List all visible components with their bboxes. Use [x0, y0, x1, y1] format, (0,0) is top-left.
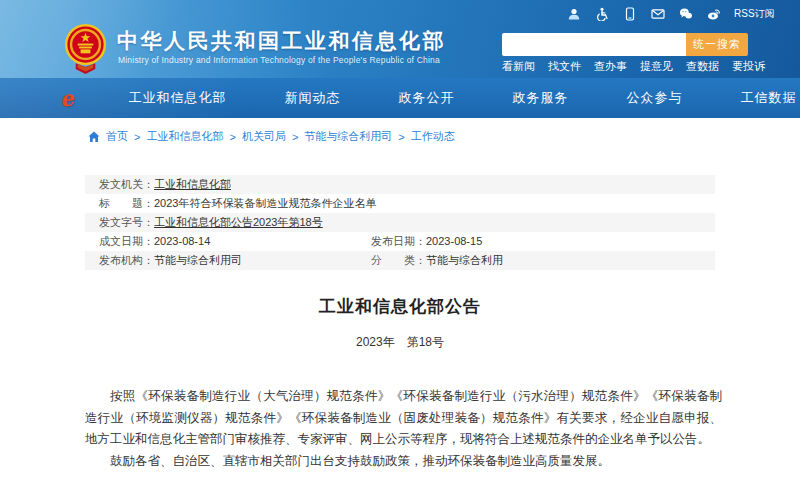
quick-link-documents[interactable]: 找文件 [548, 59, 581, 74]
breadcrumb-item-miit[interactable]: 工业和信息化部 [146, 129, 223, 144]
quick-links: 看新闻 找文件 查办事 提意见 查数据 要投诉 [502, 59, 765, 74]
meta-row-issuing-agency: 发文机关： 工业和信息化部 [85, 175, 715, 194]
meta-label: 分 类： [371, 251, 426, 270]
national-emblem-logo [62, 22, 109, 76]
article-body: 按照《环保装备制造行业（大气治理）规范条件》《环保装备制造行业（污水治理）规范条… [85, 386, 722, 472]
home-icon [88, 131, 100, 143]
breadcrumb-separator: > [229, 131, 235, 143]
breadcrumb-item-energy-dept[interactable]: 节能与综合利用司 [304, 129, 392, 144]
meta-value: 工业和信息化部 [154, 175, 231, 194]
meta-value: 2023年符合环保装备制造业规范条件企业名单 [154, 194, 376, 213]
breadcrumb-separator: > [134, 131, 140, 143]
breadcrumb-item-work-updates[interactable]: 工作动态 [411, 129, 455, 144]
nav-item-miit[interactable]: 工业和信息化部 [99, 78, 255, 118]
accessibility-icon[interactable] [594, 7, 609, 22]
rss-subscribe-link[interactable]: RSS订阅 [734, 7, 775, 21]
nav-item-data[interactable]: 工信数据 [711, 78, 800, 118]
meta-value: 2023-08-14 [154, 232, 210, 251]
meta-row-document-number: 发文字号： 工业和信息化部公告2023年第18号 [85, 213, 715, 232]
site-subtitle: Ministry of Industry and Information Tec… [118, 55, 440, 65]
nav-item-public-participation[interactable]: 公众参与 [597, 78, 711, 118]
search-box: 统一搜索 [502, 33, 748, 56]
weibo-icon[interactable] [706, 7, 721, 22]
meta-value: 节能与综合利用司 [154, 251, 242, 270]
article-paragraph: 按照《环保装备制造行业（大气治理）规范条件》《环保装备制造行业（污水治理）规范条… [85, 386, 722, 451]
nav-items: 工业和信息化部 新闻动态 政务公开 政务服务 公众参与 工信数据 专题专栏 [99, 78, 800, 118]
meta-label: 发布机构： [99, 251, 154, 270]
article-paragraph: 鼓励各省、自治区、直辖市相关部门出台支持鼓励政策，推动环保装备制造业高质量发展。 [85, 451, 722, 473]
quick-link-news[interactable]: 看新闻 [502, 59, 535, 74]
unified-search-button[interactable]: 统一搜索 [686, 33, 748, 56]
article-title: 工业和信息化部公告 [0, 295, 800, 318]
topbar-icon-strip: RSS订阅 [566, 6, 775, 22]
meta-label: 发文字号： [99, 213, 154, 232]
miit-webpage: 中华人民共和国工业和信息化部 Ministry of Industry and … [0, 0, 800, 482]
meta-value: 节能与综合利用 [426, 251, 503, 270]
meta-row-title: 标 题： 2023年符合环保装备制造业规范条件企业名单 [85, 194, 715, 213]
breadcrumb: 首页 > 工业和信息化部 > 机关司局 > 节能与综合利用司 > 工作动态 [88, 129, 455, 144]
quick-link-services[interactable]: 查办事 [594, 59, 627, 74]
meta-value: 2023-08-15 [426, 232, 482, 251]
mobile-icon[interactable] [622, 7, 637, 22]
meta-label: 发布日期： [371, 232, 426, 251]
article-issue-number: 2023年 第18号 [0, 334, 800, 351]
breadcrumb-separator: > [398, 131, 404, 143]
quick-link-data[interactable]: 查数据 [686, 59, 719, 74]
meta-label: 标 题： [99, 194, 154, 213]
main-nav: e 工业和信息化部 新闻动态 政务公开 政务服务 公众参与 工信数据 专题专栏 [0, 78, 800, 118]
user-service-icon[interactable] [566, 7, 581, 22]
site-header: 中华人民共和国工业和信息化部 Ministry of Industry and … [0, 0, 800, 78]
mail-icon[interactable] [650, 7, 665, 22]
quick-link-opinions[interactable]: 提意见 [640, 59, 673, 74]
wechat-icon[interactable] [678, 7, 693, 22]
breadcrumb-separator: > [292, 131, 298, 143]
meta-value: 工业和信息化部公告2023年第18号 [154, 213, 323, 232]
breadcrumb-item-departments[interactable]: 机关司局 [242, 129, 286, 144]
document-meta-table: 发文机关： 工业和信息化部 标 题： 2023年符合环保装备制造业规范条件企业名… [85, 175, 715, 270]
quick-link-complaints[interactable]: 要投诉 [732, 59, 765, 74]
nav-item-gov-disclosure[interactable]: 政务公开 [369, 78, 483, 118]
meta-label: 发文机关： [99, 175, 154, 194]
meta-row-dates: 成文日期： 2023-08-14 发布日期： 2023-08-15 [85, 232, 715, 251]
search-input[interactable] [502, 33, 686, 56]
gov-e-logo-icon: e [58, 85, 75, 112]
nav-item-gov-services[interactable]: 政务服务 [483, 78, 597, 118]
site-title: 中华人民共和国工业和信息化部 [117, 27, 446, 55]
breadcrumb-item-home[interactable]: 首页 [106, 129, 128, 144]
nav-item-news[interactable]: 新闻动态 [255, 78, 369, 118]
meta-label: 成文日期： [99, 232, 154, 251]
meta-row-publisher-category: 发布机构： 节能与综合利用司 分 类： 节能与综合利用 [85, 251, 715, 270]
